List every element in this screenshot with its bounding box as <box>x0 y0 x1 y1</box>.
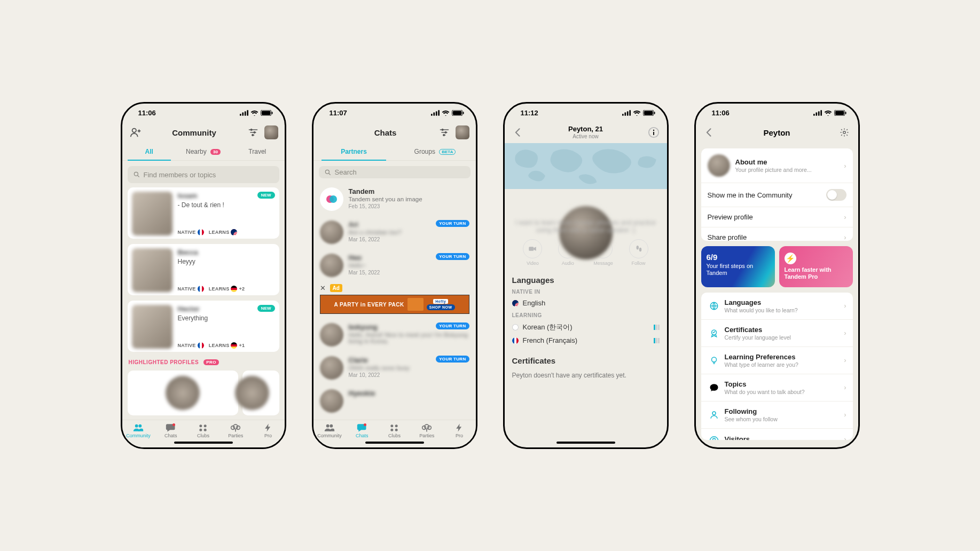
level-bars <box>654 338 660 343</box>
follow-button[interactable]: Follow <box>629 239 648 266</box>
about-me-row[interactable]: About me Your profile picture and more..… <box>701 148 853 183</box>
tabbar-pro[interactable]: Pro <box>252 420 285 441</box>
new-badge: NEW <box>257 192 275 199</box>
filters-button[interactable] <box>246 125 260 139</box>
chat-avatar <box>320 221 343 244</box>
chat-row[interactable]: Clarie Ohhh really sooo busy Mar 10, 202… <box>319 351 471 384</box>
tab-partners[interactable]: Partners <box>313 143 395 160</box>
learning-language: French (Français) <box>512 334 660 347</box>
member-tagline: - De tout & rien ! <box>178 201 274 209</box>
status-bar: 11:12 <box>505 104 667 122</box>
info-button[interactable] <box>647 125 661 139</box>
member-tagline: Everything <box>178 314 274 322</box>
tabbar-pro[interactable]: Pro <box>443 420 476 441</box>
chat-row[interactable]: Tandem Tandem sent you an image Feb 15, … <box>319 183 471 216</box>
tabbar-parties[interactable]: Parties <box>219 420 252 441</box>
battery-icon <box>261 110 273 116</box>
ad-label: Ad <box>330 284 342 292</box>
menu-following[interactable]: Following See whom you follow › <box>701 401 853 428</box>
my-avatar[interactable] <box>456 125 469 139</box>
search-input[interactable]: Find members or topics <box>128 166 279 183</box>
chat-avatar <box>320 187 343 211</box>
status-bar: 11:07 <box>313 104 476 122</box>
tabbar-community[interactable]: Community <box>122 420 155 441</box>
fr-flag-icon <box>198 286 204 292</box>
about-card: About me Your profile picture and more..… <box>701 148 853 241</box>
member-card[interactable]: Becca Heyyy NATIVE LEARNS +2 <box>128 244 279 295</box>
menu-certificates[interactable]: Certificates Certify your language level… <box>701 319 853 347</box>
chat-name: Tandem <box>349 187 469 195</box>
tabbar-community[interactable]: Community <box>313 420 346 441</box>
tab-travel[interactable]: Travel <box>230 143 284 160</box>
wifi-icon <box>442 110 450 116</box>
chats-screen: 11:07 Chats Partners Groups BETA Search <box>312 102 477 449</box>
signal-icon <box>813 110 822 116</box>
show-in-community-row[interactable]: Show me in the Community <box>701 183 853 207</box>
menu-topics[interactable]: Topics What do you want to talk about? › <box>701 374 853 401</box>
battery-icon <box>643 110 655 116</box>
back-button[interactable] <box>511 125 525 139</box>
first-steps-card[interactable]: 6/9 Your first steps on Tandem <box>701 246 775 287</box>
add-user-button[interactable] <box>129 125 143 139</box>
community-header: Community <box>122 122 285 143</box>
de-flag-icon <box>231 342 237 349</box>
tabbar-clubs[interactable]: Clubs <box>187 420 219 441</box>
profile-screen: 11:12 Peyton, 21 Active now I want to le… <box>503 102 669 449</box>
chat-row[interactable]: Ari Are u christian too? Mar 16, 2022 YO… <box>319 216 471 249</box>
certificates-section: Certificates Peyton doesn't have any cer… <box>505 349 667 383</box>
settings-screen: 11:06 Peyton About me Your profile pictu… <box>694 102 860 449</box>
clock: 11:06 <box>712 109 730 117</box>
search-input[interactable]: Search <box>319 166 471 178</box>
menu-learning preferences[interactable]: Learning Preferences What type of learne… <box>701 347 853 374</box>
status-icons <box>240 110 273 116</box>
chevron-right-icon: › <box>844 302 846 310</box>
menu-languages[interactable]: Languages What would you like to learn? … <box>701 293 853 319</box>
avatar <box>708 154 730 177</box>
tab-nearby[interactable]: Nearby 30 <box>176 143 230 160</box>
tab-groups[interactable]: Groups BETA <box>395 143 476 160</box>
languages-section: Languages NATIVE IN English LEARNING Kor… <box>505 268 667 349</box>
community-content: Find members or topics Issam - De tout &… <box>122 161 285 447</box>
member-languages: NATIVE LEARNS +2 <box>178 286 274 292</box>
close-ad-button[interactable]: ✕ <box>320 284 326 292</box>
tabbar-clubs[interactable]: Clubs <box>378 420 411 441</box>
chat-date: Mar 16, 2022 <box>349 237 469 242</box>
highlighted-card[interactable] <box>128 371 239 415</box>
ad-banner[interactable]: A PARTY in EVERY PACK Hefty SHOP NOW <box>320 295 469 314</box>
filters-button[interactable] <box>437 125 451 139</box>
show-toggle[interactable] <box>826 189 846 201</box>
signal-icon <box>240 110 248 116</box>
chat-row[interactable]: bokyung Hello, friend! Nice to meet you!… <box>319 318 471 351</box>
member-card[interactable]: Hector Everything NATIVE LEARNS +1 NEW <box>128 301 279 352</box>
settings-gear-button[interactable] <box>837 125 851 139</box>
chat-date: Mar 15, 2022 <box>349 270 469 276</box>
member-photo <box>132 305 173 349</box>
your-turn-badge: YOUR TURN <box>436 220 469 227</box>
video-call-button[interactable]: Video <box>523 239 542 266</box>
clock: 11:07 <box>330 109 347 117</box>
highlighted-card[interactable] <box>242 371 279 415</box>
kr-flag-icon <box>512 324 519 330</box>
tabbar-chats[interactable]: Chats <box>346 420 378 441</box>
tab-all[interactable]: All <box>122 143 176 160</box>
bulb-icon <box>708 356 720 365</box>
member-card[interactable]: Issam - De tout & rien ! NATIVE LEARNS N… <box>128 187 279 239</box>
chat-date: Feb 15, 2023 <box>349 203 469 209</box>
chevron-right-icon: › <box>844 356 846 364</box>
menu-visitors[interactable]: Visitors › <box>701 428 853 440</box>
bolt-icon: ⚡ <box>785 253 796 264</box>
tabbar-chats[interactable]: Chats <box>154 420 187 441</box>
clock: 11:06 <box>138 109 156 117</box>
level-bars <box>654 325 660 330</box>
learning-label: LEARNING <box>512 312 660 318</box>
page-title: Chats <box>374 128 397 137</box>
my-avatar[interactable] <box>264 125 278 139</box>
chat-row[interactable]: Heo Hello~ Mar 15, 2022 YOUR TURN <box>319 249 471 282</box>
tandem-pro-card[interactable]: ⚡ Learn faster with Tandem Pro <box>779 246 853 287</box>
tabbar-parties[interactable]: Parties <box>411 420 443 441</box>
chat-row[interactable]: Hyeokie <box>319 384 471 418</box>
chats-tabs: Partners Groups BETA <box>313 143 476 161</box>
back-button[interactable] <box>702 125 716 139</box>
share-profile-row[interactable]: Share profile › <box>701 227 853 241</box>
preview-profile-row[interactable]: Preview profile › <box>701 207 853 227</box>
